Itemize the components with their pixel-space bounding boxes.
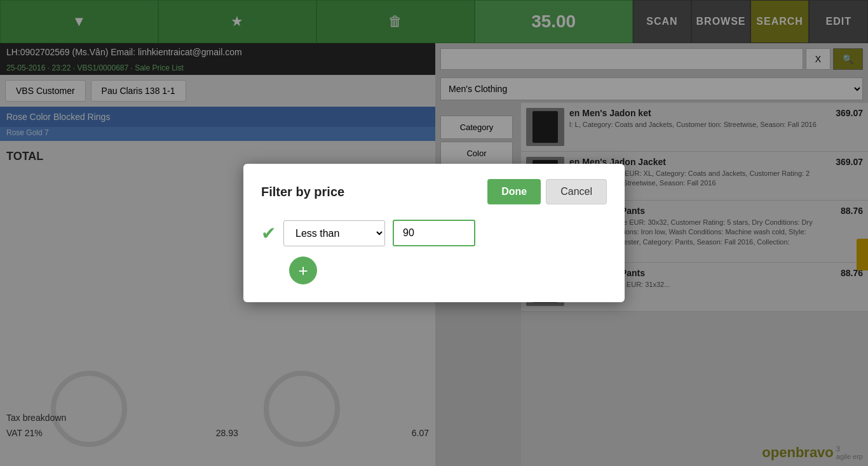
plus-icon: + [298, 261, 308, 281]
done-button[interactable]: Done [487, 179, 541, 204]
filter-condition-select[interactable]: Less than Greater than Equal to Between [283, 220, 385, 246]
filter-by-price-modal: Filter by price Done Cancel ✔ Less than … [243, 164, 625, 302]
modal-title: Filter by price [261, 185, 344, 199]
modal-header-buttons: Done Cancel [487, 179, 607, 204]
modal-header: Filter by price Done Cancel [261, 179, 607, 204]
modal-filter-row: ✔ Less than Greater than Equal to Betwee… [261, 220, 607, 246]
filter-value-input[interactable] [393, 220, 475, 246]
cancel-button[interactable]: Cancel [546, 179, 607, 204]
add-filter-button[interactable]: + [289, 256, 317, 284]
check-icon: ✔ [261, 223, 276, 244]
modal-overlay: Filter by price Done Cancel ✔ Less than … [0, 0, 868, 466]
